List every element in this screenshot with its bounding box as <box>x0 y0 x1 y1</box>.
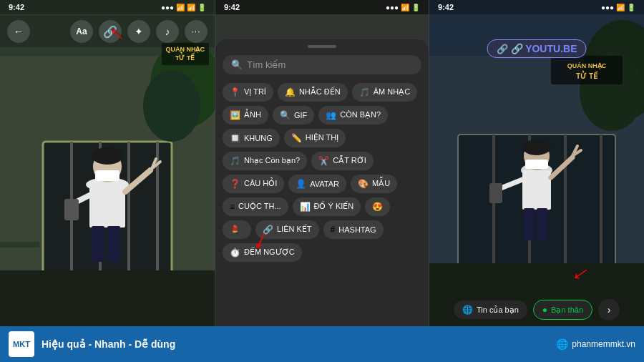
sticker-cutout[interactable]: ✂️ CẮT RỜI <box>311 152 374 170</box>
svg-rect-49 <box>489 183 502 203</box>
toolbar-right-buttons: Aa 🔗 ✦ ♪ ··· <box>70 20 208 43</box>
svg-rect-17 <box>92 226 104 262</box>
sticker-friends[interactable]: 👥 CÒN BẠN? <box>318 106 388 124</box>
svg-point-16 <box>92 147 123 165</box>
sticker-question[interactable]: ❓ CÂU HỎI <box>223 175 284 193</box>
time-display-1: 9:42 <box>9 3 24 11</box>
text-button[interactable]: Aa <box>70 20 93 43</box>
panel-2-sticker-menu: 9:42 ●●● 📶 🔋 🔍 Tìm kiếm 📍 VỊ TRÍ 🔔 <box>215 0 429 326</box>
status-icons-1: ●●● 📶 📶 🔋 <box>161 4 206 11</box>
sticker-mention[interactable]: 🔔 NHẮC ĐẾN <box>278 83 348 102</box>
sticker-photo[interactable]: 🖼️ ẢNH <box>223 106 268 124</box>
panel-1-story-editor: QUÁN NHẠC TỬ TẾ 9:42 ●●● 📶 📶 🔋 ← Aa 🔗 ✦ … <box>0 0 215 326</box>
sticker-music[interactable]: 🎵 ÂM NHẠC <box>352 83 417 102</box>
effects-button[interactable]: ✦ <box>127 20 150 43</box>
mkt-logo: MKT <box>9 331 34 357</box>
status-icons-3: ●●● 📶 🔋 <box>601 4 635 11</box>
sticker-gif[interactable]: 🔍 GIF <box>273 106 314 124</box>
svg-text:QUÁN NHẠC: QUÁN NHẠC <box>567 62 607 69</box>
svg-rect-13 <box>89 185 125 228</box>
svg-rect-8 <box>0 270 215 326</box>
search-icon: 🔍 <box>231 59 243 70</box>
sticker-music-friends[interactable]: 🎵 Nhạc Còn bạn? <box>223 152 307 170</box>
youtu-link-badge[interactable]: 🔗 🔗 YOUTU.BE <box>487 39 587 58</box>
audience-next-button[interactable]: › <box>598 299 620 321</box>
svg-rect-43 <box>525 160 548 169</box>
sticker-poll-text[interactable]: ≡ CUỘC TH... <box>223 197 288 216</box>
svg-rect-45 <box>524 208 535 240</box>
svg-point-44 <box>522 140 551 155</box>
svg-rect-15 <box>95 170 119 181</box>
svg-rect-18 <box>107 226 120 262</box>
sticker-opinion[interactable]: 📊 ĐỒ Ý KIẾN <box>293 197 361 216</box>
sticker-grid: 📍 VỊ TRÍ 🔔 NHẮC ĐẾN 🎵 ÂM NHẠC 🖼️ ẢNH 🔍 <box>215 83 429 262</box>
music-button[interactable]: ♪ <box>156 20 179 43</box>
status-bar-2: 9:42 ●●● 📶 🔋 <box>215 0 429 14</box>
sticker-display[interactable]: ✏️ HIỆN THỊ <box>284 129 346 147</box>
globe-bottom-icon: 🌐 <box>556 338 568 350</box>
audience-close-friends-button[interactable]: ● Bạn thân <box>533 300 592 320</box>
status-bar-1: 9:42 ●●● 📶 📶 🔋 <box>0 0 215 14</box>
svg-text:TỬ TẾ: TỬ TẾ <box>576 70 599 80</box>
sticker-lipstick[interactable]: 💄 <box>223 220 251 239</box>
more-button[interactable]: ··· <box>185 20 208 43</box>
back-button[interactable]: ← <box>7 20 30 43</box>
sticker-template[interactable]: 🎨 MẪU <box>351 175 397 193</box>
svg-rect-46 <box>537 208 547 240</box>
time-display-3: 9:42 <box>438 3 454 11</box>
sticker-bottom-sheet: 🔍 Tìm kiếm 📍 VỊ TRÍ 🔔 NHẮC ĐẾN 🎵 ÂM NHẠC <box>215 39 429 326</box>
status-bar-3: 9:42 ●●● 📶 🔋 <box>429 0 644 14</box>
svg-rect-9 <box>0 242 39 248</box>
sticker-hashtag[interactable]: # HASHTAG <box>323 220 384 239</box>
sticker-emoji-heart[interactable]: 😍 <box>365 197 390 216</box>
globe-icon: 🌐 <box>462 305 473 315</box>
svg-rect-41 <box>522 170 551 210</box>
audience-friends-button[interactable]: 🌐 Tin của bạn <box>454 300 527 319</box>
svg-rect-21 <box>64 199 79 220</box>
search-placeholder: Tìm kiếm <box>247 59 286 70</box>
status-icons-2: ●●● 📶 🔋 <box>386 4 420 11</box>
sticker-frame[interactable]: 🔲 KHUNG <box>223 129 280 147</box>
svg-rect-37 <box>551 56 623 84</box>
drag-handle <box>308 45 336 48</box>
sticker-search-bar[interactable]: 🔍 Tìm kiếm <box>223 55 421 74</box>
bottom-bar: MKT Hiệu quả - Nhanh - Dễ dùng 🌐 phanmem… <box>0 326 644 362</box>
svg-point-11 <box>143 70 200 142</box>
audience-selector-bar: 🌐 Tin của bạn ● Bạn thân › <box>429 299 644 321</box>
sticker-avatar[interactable]: 👤 AVATAR <box>288 175 346 193</box>
close-friends-icon: ● <box>542 305 547 315</box>
bottom-tagline: Hiệu quả - Nhanh - Dễ dùng <box>42 338 549 350</box>
sticker-location[interactable]: 📍 VỊ TRÍ <box>223 83 273 102</box>
panel-3-story-preview: QUÁN NHẠC TỬ TẾ 9:42 ●●● <box>429 0 644 326</box>
time-display-2: 9:42 <box>224 3 240 11</box>
bottom-website: 🌐 phanmemmkt.vn <box>556 338 635 350</box>
